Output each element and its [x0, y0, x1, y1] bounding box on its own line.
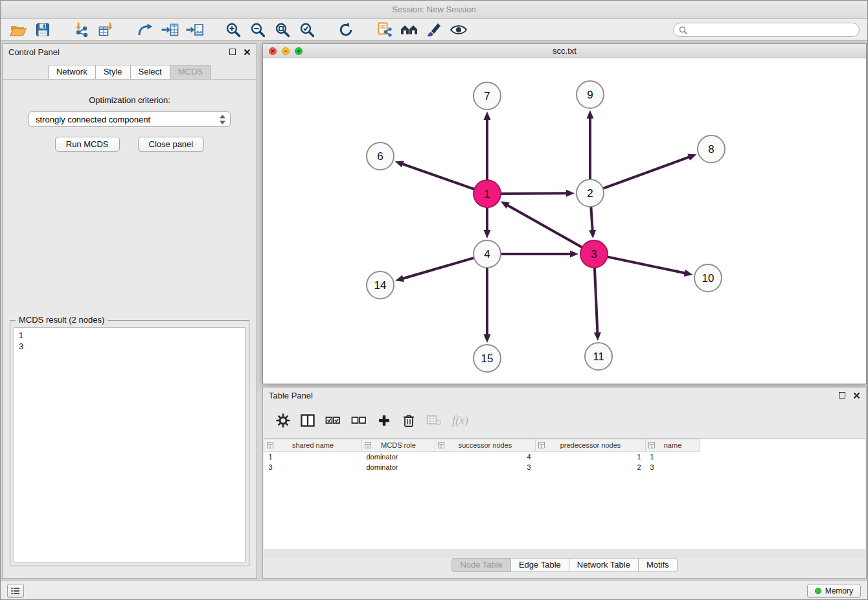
- node-table: shared nameMCDS rolesuccessor nodesprede…: [264, 438, 865, 549]
- column-header-predecessor-nodes[interactable]: predecessor nodes: [536, 439, 646, 452]
- zoom-fit-button[interactable]: [270, 20, 295, 40]
- tab-network[interactable]: Network: [48, 65, 96, 79]
- table-cell[interactable]: dominator: [362, 452, 435, 462]
- tab-mcds[interactable]: MCDS: [170, 65, 211, 79]
- search-input[interactable]: [691, 25, 854, 34]
- zoom-out-button[interactable]: [246, 20, 270, 40]
- table-cell[interactable]: 1: [264, 452, 362, 462]
- table-panel: Table Panel: [262, 387, 867, 579]
- close-table-panel-icon[interactable]: [853, 392, 860, 399]
- tab-edge-table[interactable]: Edge Table: [510, 558, 569, 572]
- minimize-window-icon[interactable]: [282, 47, 290, 55]
- graph-edge-3-10[interactable]: [606, 257, 686, 273]
- add-column-button[interactable]: [377, 412, 391, 429]
- graph-edge-2-8[interactable]: [602, 157, 690, 189]
- column-header-icon: [365, 442, 371, 448]
- search-box[interactable]: [673, 23, 860, 37]
- table-row[interactable]: 1dominator411: [264, 452, 700, 462]
- refresh-view-button[interactable]: [334, 20, 358, 40]
- graph-edge-1-2[interactable]: [499, 193, 567, 194]
- open-session-button[interactable]: [6, 20, 30, 40]
- close-panel-button[interactable]: Close panel: [138, 137, 205, 152]
- window-title: Session: New Session: [392, 5, 475, 14]
- graph-edge-arrowhead: [687, 154, 696, 160]
- tab-node-table[interactable]: Node Table: [451, 558, 511, 572]
- refresh-icon: [337, 21, 354, 38]
- float-table-panel-icon[interactable]: [839, 392, 845, 398]
- trash-icon: [402, 413, 415, 428]
- zoom-selected-button[interactable]: [295, 20, 319, 40]
- double-home-icon: [400, 21, 419, 38]
- function-builder-button[interactable]: f(x): [452, 412, 468, 429]
- tab-motifs[interactable]: Motifs: [638, 558, 678, 572]
- import-network-button[interactable]: [69, 20, 94, 40]
- zoom-fit-icon: [274, 21, 291, 38]
- show-columns-button[interactable]: [301, 412, 315, 429]
- table-cell[interactable]: 3: [646, 462, 700, 472]
- column-header-icon: [538, 442, 545, 448]
- table-cell[interactable]: 3: [435, 462, 536, 472]
- network-graph: 7968124314101511: [263, 58, 866, 384]
- export-image-button[interactable]: [182, 20, 207, 40]
- zoom-in-button[interactable]: [221, 20, 246, 40]
- maximize-window-icon[interactable]: [295, 47, 303, 55]
- overview-button[interactable]: [397, 20, 422, 40]
- graph-node-label: 10: [702, 272, 714, 284]
- clear-table-button[interactable]: [426, 412, 442, 429]
- share-document-button[interactable]: [372, 20, 397, 40]
- zoom-in-icon: [225, 21, 242, 38]
- column-header-MCDS-role[interactable]: MCDS role: [362, 439, 435, 452]
- deselect-all-button[interactable]: [351, 412, 367, 429]
- network-window-titlebar[interactable]: scc.txt: [263, 44, 866, 58]
- table-cell[interactable]: 1: [536, 452, 646, 462]
- deselect-all-icon: [351, 415, 367, 426]
- select-all-button[interactable]: [325, 412, 341, 429]
- show-hide-button[interactable]: [446, 20, 471, 40]
- optimization-criterion-dropdown[interactable]: strongly connected component: [29, 111, 231, 127]
- main-toolbar: [1, 19, 867, 41]
- graph-edge-arrowhead: [684, 270, 693, 277]
- tab-network-table[interactable]: Network Table: [569, 558, 639, 572]
- mcds-result-group: MCDS result (2 nodes) 13: [10, 320, 249, 566]
- close-window-icon[interactable]: [269, 47, 277, 55]
- memory-button[interactable]: Memory: [807, 584, 861, 598]
- graph-edge-arrowhead: [566, 190, 575, 197]
- save-session-button[interactable]: [30, 20, 55, 40]
- table-cell[interactable]: dominator: [362, 462, 435, 472]
- graph-edge-1-6[interactable]: [402, 164, 475, 190]
- network-canvas[interactable]: 7968124314101511: [263, 58, 866, 384]
- mcds-result-area[interactable]: 13: [14, 327, 246, 562]
- search-icon: [679, 26, 687, 34]
- export-table-icon: [161, 21, 179, 38]
- import-table-icon: [98, 21, 115, 38]
- graph-edge-2-3[interactable]: [591, 205, 593, 231]
- graph-edge-arrowhead: [395, 161, 404, 167]
- graph-edge-arrowhead: [395, 275, 404, 282]
- table-cell[interactable]: 3: [264, 462, 362, 472]
- table-horizontal-scrollbar[interactable]: [264, 549, 865, 558]
- graph-edge-4-14[interactable]: [402, 257, 475, 279]
- export-network-button[interactable]: [133, 20, 157, 40]
- float-panel-icon[interactable]: [229, 49, 236, 55]
- column-header-shared-name[interactable]: shared name: [264, 439, 362, 452]
- delete-column-button[interactable]: [402, 412, 416, 429]
- column-header-successor-nodes[interactable]: successor nodes: [435, 439, 536, 452]
- graph-edge-arrowhead: [589, 230, 596, 238]
- graph-edge-3-1[interactable]: [507, 205, 583, 248]
- graph-edge-3-11[interactable]: [595, 266, 598, 334]
- control-panel-title: Control Panel: [8, 47, 60, 57]
- tab-style[interactable]: Style: [95, 65, 131, 79]
- task-history-button[interactable]: [7, 584, 24, 598]
- import-table-button[interactable]: [94, 20, 119, 40]
- run-mcds-button[interactable]: Run MCDS: [55, 137, 120, 152]
- table-settings-button[interactable]: [276, 412, 290, 429]
- column-header-name[interactable]: name: [646, 439, 700, 452]
- table-cell[interactable]: 4: [435, 452, 536, 462]
- table-cell[interactable]: 1: [646, 452, 700, 462]
- export-table-button[interactable]: [157, 20, 182, 40]
- close-panel-icon[interactable]: [244, 49, 251, 56]
- paint-style-button[interactable]: [422, 20, 446, 40]
- tab-select[interactable]: Select: [130, 65, 170, 79]
- table-row[interactable]: 3dominator323: [264, 462, 700, 472]
- table-cell[interactable]: 2: [536, 462, 646, 472]
